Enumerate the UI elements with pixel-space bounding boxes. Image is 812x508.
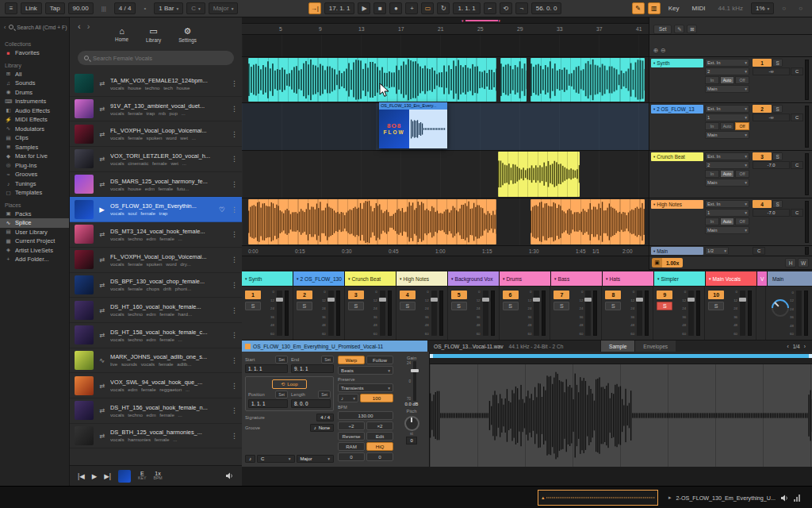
key-root-menu[interactable]: C▾ xyxy=(186,2,205,14)
loop-type-icon[interactable]: ⇄ xyxy=(98,406,106,414)
loop-type-icon[interactable]: ⇄ xyxy=(98,180,106,188)
metronome-icon[interactable]: ||| xyxy=(97,2,111,14)
sidebar-item[interactable]: ⊞All xyxy=(0,70,69,79)
monitor-in[interactable]: In xyxy=(705,122,719,130)
volume-fader[interactable] xyxy=(431,291,437,336)
rate-control[interactable]: 1x BPM xyxy=(153,471,162,481)
dragged-sample-ghost[interactable]: OS_FLOW_130_Em_Every... 8O8 FLOW xyxy=(379,102,447,148)
punch-in-marker[interactable]: ▾ xyxy=(462,18,464,23)
mixer-track-tab[interactable]: ▾Background Vox xyxy=(448,271,499,286)
arm-button[interactable]: 3 xyxy=(348,291,364,299)
row-menu-icon[interactable]: ⋮ xyxy=(231,306,237,314)
fold-icon[interactable]: ▾ xyxy=(653,155,655,159)
arm-button[interactable]: 2 xyxy=(297,291,312,299)
row-menu-icon[interactable]: ⋮ xyxy=(231,155,237,163)
input-type-chooser[interactable]: Ext. In▾ xyxy=(705,152,749,160)
row-menu-icon[interactable]: ⋮ xyxy=(231,230,237,238)
sample-artwork[interactable] xyxy=(75,99,94,118)
volume-field[interactable]: -7.0 xyxy=(753,161,790,169)
play-button[interactable]: ▶ xyxy=(358,2,370,14)
link-button[interactable]: Link xyxy=(21,2,42,14)
track-name-bar[interactable]: ▾Synth xyxy=(651,59,703,67)
mixer-track-tab[interactable]: ▾High Notes xyxy=(396,271,447,286)
solo-button[interactable]: S xyxy=(297,302,312,310)
double-tempo-button[interactable]: ×2 xyxy=(366,421,393,430)
mixer-track-tab[interactable]: ▾Main Vocals xyxy=(706,271,756,286)
volume-field[interactable]: -∞ xyxy=(753,67,790,75)
monitor-in[interactable]: In xyxy=(705,76,719,84)
mixer-main-channel[interactable]: 01224 364860 xyxy=(766,287,812,340)
keyboard-split-icon[interactable]: ▥ xyxy=(648,2,661,14)
mixer-channel[interactable]: 3 S 01224 364860 xyxy=(345,287,396,340)
time-signature-field[interactable]: 4 / 4 xyxy=(114,2,136,14)
loop-start-field[interactable]: 1. 1. 1 xyxy=(453,2,480,14)
next-sample-icon[interactable]: ▶| xyxy=(104,472,111,480)
previous-sample-icon[interactable]: |◀ xyxy=(78,472,85,480)
sidebar-item[interactable]: ≈Grooves xyxy=(0,170,69,179)
key-control[interactable]: E KEY xyxy=(138,471,146,481)
loop-type-icon[interactable]: ⇄ xyxy=(98,281,106,289)
arm-button[interactable]: 6 xyxy=(503,291,519,299)
tab-fold-icon[interactable]: ▾ xyxy=(657,276,660,281)
input-channel-chooser[interactable]: 1▾ xyxy=(705,114,749,121)
sidebar-item[interactable]: ⚡MIDI Effects xyxy=(0,115,69,125)
tab-fold-icon[interactable]: ▾ xyxy=(709,276,711,281)
lock-envelopes-icon[interactable]: ⊠ xyxy=(687,25,697,33)
track-lane-os-flow[interactable]: OS_FLOW_130_Em_Every... 8O8 FLOW xyxy=(242,103,649,151)
sample-artwork[interactable] xyxy=(75,401,94,420)
row-menu-icon[interactable]: ⋮ xyxy=(231,382,237,390)
arm-button[interactable]: 4 xyxy=(400,291,416,299)
input-type-chooser[interactable]: Ext. In▾ xyxy=(705,105,749,113)
output-chooser[interactable]: Main▾ xyxy=(705,131,749,139)
solo-button[interactable]: S xyxy=(503,302,519,310)
volume-fader[interactable] xyxy=(740,291,745,336)
sidebar-item[interactable]: ◆Max for Live xyxy=(0,152,69,161)
sample-waveform-area[interactable] xyxy=(430,364,812,467)
sample-row[interactable]: ⇄ DS_HT_160_vocal_hook_female... vocals … xyxy=(70,298,242,323)
solo-button[interactable]: S xyxy=(348,302,364,310)
row-menu-icon[interactable]: ⋮ xyxy=(231,79,237,87)
re-enable-automation-icon[interactable]: ↻ xyxy=(437,2,450,14)
audio-clip[interactable] xyxy=(248,199,496,244)
pan-field[interactable]: C xyxy=(791,67,803,75)
fold-icon[interactable]: ▾ xyxy=(653,249,655,253)
mixer-channel[interactable]: 10 S 01224 364860 xyxy=(705,287,756,340)
audio-clip[interactable] xyxy=(248,58,496,102)
sidebar-item[interactable]: ◈Artist LiveSets xyxy=(0,246,69,256)
loop-switch-icon[interactable]: ⟲ xyxy=(500,2,512,14)
transient-envelope-value[interactable]: 100 xyxy=(360,394,393,402)
main-pan-field[interactable]: C xyxy=(753,247,765,255)
volume-fader[interactable] xyxy=(688,291,694,336)
main-pan-knob[interactable] xyxy=(768,295,792,320)
main-volume-fader[interactable] xyxy=(796,291,802,336)
loop-type-icon[interactable]: ▶ xyxy=(98,206,106,214)
play-preview-icon[interactable]: ▶ xyxy=(92,472,98,480)
mixer-channel[interactable]: 7 S 01224 364860 xyxy=(550,287,602,340)
audio-clip[interactable] xyxy=(498,152,579,197)
track-name-bar[interactable]: ▾Crunch Beat xyxy=(651,152,703,161)
mixer-track-tab[interactable]: ▾Bass xyxy=(551,271,602,286)
end-value[interactable]: 9. 1. 1 xyxy=(291,364,334,373)
row-menu-icon[interactable]: ⋮ xyxy=(231,356,237,364)
forward-icon[interactable]: › xyxy=(87,21,90,31)
tab-fold-icon[interactable]: ▾ xyxy=(606,276,608,281)
mixer-track-tab[interactable]: ▾Simpler xyxy=(654,271,705,286)
arm-button[interactable]: 2 xyxy=(753,105,772,113)
monitor-auto[interactable]: Auto xyxy=(720,170,734,178)
sample-artwork[interactable] xyxy=(75,200,94,219)
sidebar-item[interactable]: ⌨Instruments xyxy=(0,97,69,106)
solo-button[interactable]: S xyxy=(772,59,783,67)
mixer-channel[interactable]: 2 S 01224 364860 xyxy=(293,287,345,340)
grid-interval-label[interactable]: 1/1 xyxy=(592,246,639,256)
sample-artwork[interactable] xyxy=(75,376,94,395)
draw-mode-icon[interactable]: ✎ xyxy=(632,2,645,14)
arm-button[interactable]: 7 xyxy=(553,291,569,299)
track-lane-crunch-beat[interactable] xyxy=(242,151,649,198)
input-channel-chooser[interactable]: 2▾ xyxy=(705,161,749,169)
input-type-chooser[interactable]: Ext. In▾ xyxy=(705,200,749,208)
output-meter-icon[interactable] xyxy=(794,494,800,502)
monitor-auto[interactable]: Auto xyxy=(720,122,734,130)
signature-value[interactable]: 4 / 4 xyxy=(316,414,334,421)
pager-next-icon[interactable]: › xyxy=(804,344,806,349)
mixer-track-tab[interactable]: ▾Drums xyxy=(500,271,550,286)
